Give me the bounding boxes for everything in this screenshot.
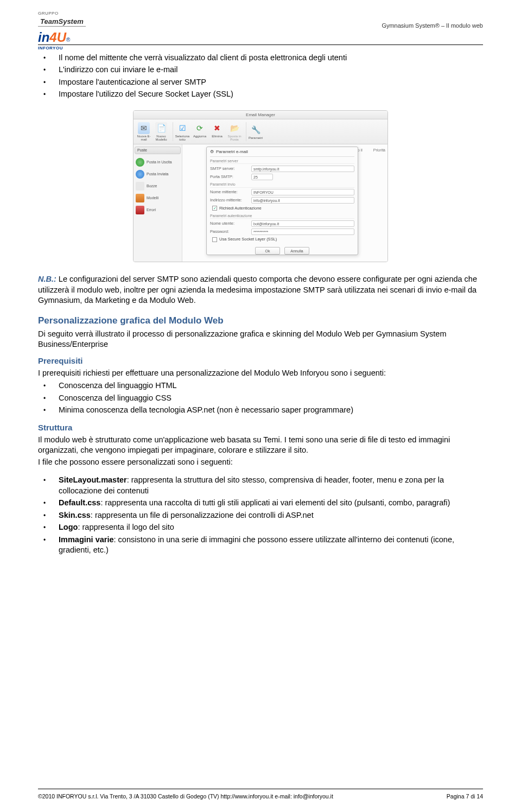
aggiorna-button[interactable]: ⟳Aggiorna: [192, 122, 208, 141]
indirizzo-mittente-label: Indirizzo mittente:: [210, 198, 248, 203]
nuova-email-button[interactable]: ✉Nuova E-mail: [136, 122, 152, 141]
item-text: : consistono in una serie di immagini ch…: [59, 535, 454, 555]
sidebar-item-sent[interactable]: Posta Inviata: [135, 168, 181, 180]
item-bold: Logo: [59, 523, 78, 531]
ssl-checkbox[interactable]: Usa Secure Socket Layer (SSL): [210, 236, 354, 243]
username-input[interactable]: bot@inforyou.it: [251, 220, 354, 227]
para-struttura-2: I file che possono essere personalizzati…: [38, 457, 483, 468]
nome-mittente-input[interactable]: INFORYOU: [251, 189, 354, 195]
section-server: Parametri server: [210, 158, 354, 164]
list-item: SiteLayout.master: rappresenta la strutt…: [59, 474, 483, 497]
templates-icon: [136, 194, 144, 202]
item-bold: Skin.css: [59, 511, 91, 519]
bullet-item: Impostare l'utilizzo del Secure Socket L…: [59, 88, 483, 101]
logo-in: in: [38, 29, 49, 46]
password-input[interactable]: **********: [251, 229, 354, 235]
porta-label: Porta SMTP:: [210, 174, 248, 180]
elimina-button[interactable]: ✖Elimina: [209, 122, 225, 141]
list-item: Logo: rappresenta il logo del sito: [59, 522, 483, 534]
page-footer: ©2010 INFORYOU s.r.l. Via Trento, 3 /A 3…: [38, 789, 483, 800]
screenshot-container: Email Manager ✉Nuova E-mail 📄Nuovo Model…: [38, 110, 483, 262]
parametri-dialog: ⚙Parametri e-mail Parametri server SMTP …: [206, 147, 358, 255]
footer-left: ©2010 INFORYOU s.r.l. Via Trento, 3 /A 3…: [38, 792, 333, 800]
password-label: Password:: [210, 229, 248, 234]
nb-text: Le configurazioni del server SMTP sono a…: [38, 275, 477, 304]
bullet-item: Il nome del mittente che verrà visualizz…: [59, 52, 483, 64]
item-text: : rappresenta una raccolta di tutti gli …: [100, 498, 450, 507]
porta-input[interactable]: 25: [251, 174, 273, 180]
col-priorita: Priorità: [373, 148, 385, 153]
bullet-item: Impostare l'autenticazione al server SMT…: [59, 76, 483, 88]
bullet-item: Conoscenza del linguaggio HTML: [59, 380, 483, 392]
mail-icon: ✉: [138, 122, 150, 134]
username-label: Nome utente:: [210, 221, 248, 226]
seleziona-tutto-button[interactable]: ☑Seleziona tutto: [174, 122, 190, 141]
header-rule: [38, 45, 483, 45]
heading-personalizzazione: Personalizzazione grafica del Modulo Web: [38, 315, 483, 327]
sidebar-header: Poste: [135, 147, 181, 154]
settings-icon: 🔧: [250, 124, 262, 136]
nuovo-modello-button[interactable]: 📄Nuovo Modello: [153, 122, 169, 141]
item-bold: Immagini varie: [59, 535, 114, 544]
outbox-icon: [136, 158, 144, 167]
logo-block: GRUPPO TeamSystem in 4U ® INFORYOU: [38, 11, 86, 52]
bullet-list-struttura: SiteLayout.master: rappresenta la strutt…: [38, 474, 483, 556]
bullet-item: Minima conoscenza della tecnologia ASP.n…: [59, 404, 483, 417]
sidebar-item-templates[interactable]: Modelli: [135, 192, 181, 204]
richiedi-auth-checkbox[interactable]: ✓Richiedi Autenticazione: [210, 205, 354, 212]
delete-icon: ✖: [211, 122, 223, 134]
logo-gruppo: GRUPPO: [38, 11, 59, 17]
bullet-item: Conoscenza del linguaggio CSS: [59, 392, 483, 404]
refresh-icon: ⟳: [194, 122, 206, 134]
smtp-server-label: SMTP server:: [210, 166, 248, 172]
sidebar: Poste Posta in Uscita Posta Inviata Bozz…: [134, 144, 182, 262]
item-bold: SiteLayout.master: [59, 475, 127, 484]
item-bold: Default.css: [59, 498, 100, 507]
list-item: Default.css: rappresenta una raccolta di…: [59, 497, 483, 510]
move-icon: 📂: [228, 122, 240, 134]
logo-registered: ®: [66, 36, 70, 44]
parametri-button[interactable]: 🔧Parametri: [247, 124, 264, 139]
para-prerequisiti: I prerequisiti richiesti per effettuare …: [38, 368, 483, 379]
checkbox-unchecked-icon: [212, 237, 217, 242]
bullet-item: L'indirizzo con cui inviare le e-mail: [59, 64, 483, 77]
select-all-icon: ☑: [176, 122, 188, 134]
indirizzo-mittente-input[interactable]: info@inforyou.it: [251, 197, 354, 204]
checkbox-checked-icon: ✓: [212, 206, 217, 211]
window-titlebar: Email Manager: [134, 111, 387, 119]
item-text: : rappresenta il logo del sito: [78, 523, 174, 531]
gear-icon: ⚙: [210, 149, 214, 155]
section-auth: Parametri autenticazione: [210, 213, 354, 219]
logo-inforyou: INFORYOU: [38, 46, 63, 52]
nb-label: N.B.:: [38, 275, 56, 283]
drafts-icon: [136, 182, 144, 191]
page-header: GRUPPO TeamSystem in 4U ® INFORYOU Gymna…: [38, 0, 483, 43]
sidebar-item-drafts[interactable]: Bozze: [135, 180, 181, 192]
errors-icon: [136, 206, 144, 214]
para-personalizzazione: Di seguito verrà illustrato il processo …: [38, 329, 483, 350]
dialog-title: ⚙Parametri e-mail: [210, 149, 354, 157]
sidebar-item-outbox[interactable]: Posta in Uscita: [135, 156, 181, 168]
nome-mittente-label: Nome mittente:: [210, 189, 248, 195]
sent-icon: [136, 170, 144, 179]
item-text: : rappresenta un file di personalizzazio…: [91, 511, 314, 519]
sposta-button[interactable]: 📂Sposta in Posta: [226, 122, 243, 141]
list-item: Immagini varie: consistono in una serie …: [59, 534, 483, 556]
nb-paragraph: N.B.: Le configurazioni del server SMTP …: [38, 274, 483, 306]
annulla-button[interactable]: Annulla: [284, 247, 309, 255]
bullet-list-prereq: Conoscenza del linguaggio HTML Conoscenz…: [38, 380, 483, 417]
para-struttura-1: Il modulo web è strutturato come un'appl…: [38, 435, 483, 456]
toolbar: ✉Nuova E-mail 📄Nuovo Modello ☑Seleziona …: [134, 119, 387, 144]
list-item: Skin.css: rappresenta un file di persona…: [59, 509, 483, 522]
logo-in4u: in 4U ®: [38, 29, 70, 46]
logo-4u: 4U: [49, 29, 66, 46]
ok-button[interactable]: Ok: [255, 247, 280, 255]
main-area: Inviato il Priorità ⚙Parametri e-mail Pa…: [182, 144, 387, 262]
footer-page: Pagina 7 di 14: [447, 792, 483, 800]
bullet-list-smtp: Il nome del mittente che verrà visualizz…: [38, 52, 483, 100]
app-screenshot: Email Manager ✉Nuova E-mail 📄Nuovo Model…: [133, 110, 388, 262]
section-invio: Parametri invio: [210, 182, 354, 187]
sidebar-item-errors[interactable]: Errori: [135, 204, 181, 216]
header-doc-title: Gymnasium System® – Il modulo web: [382, 11, 483, 30]
smtp-server-input[interactable]: smtp.inforyou.it: [251, 166, 354, 172]
